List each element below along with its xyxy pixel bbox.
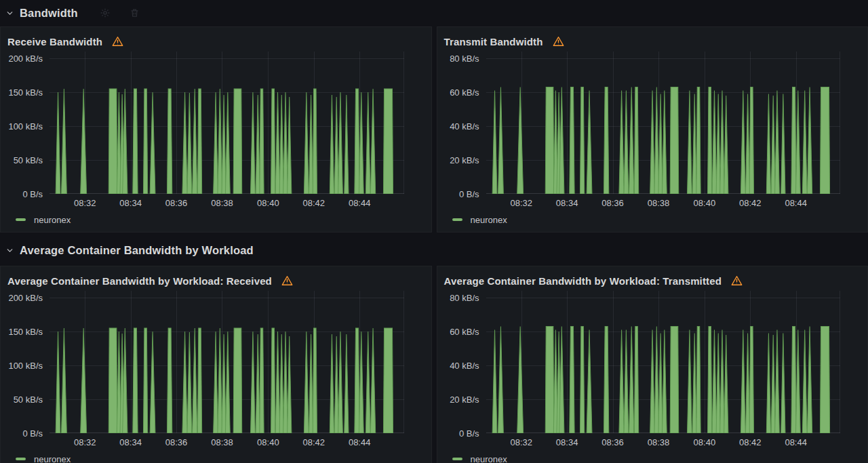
y-axis-label: 40 kB/s <box>450 121 479 132</box>
panel-header[interactable]: Average Container Bandwidth by Workload:… <box>444 270 861 291</box>
x-axis-label: 08:38 <box>211 198 233 208</box>
x-axis: 08:3208:3408:3608:3808:4008:4208:44 <box>50 194 404 210</box>
y-axis-label: 200 kB/s <box>8 54 43 64</box>
series-area-neuronex <box>486 58 841 194</box>
legend: neuronex <box>7 210 425 229</box>
x-axis-label: 08:40 <box>257 198 279 208</box>
y-axis-label: 0 B/s <box>459 428 479 439</box>
x-axis-label: 08:40 <box>694 437 716 447</box>
section-header-avg-container-bandwidth[interactable]: Average Container Bandwidth by Workload <box>0 235 868 265</box>
x-axis-label: 08:40 <box>694 198 716 208</box>
x-axis-label: 08:42 <box>303 437 326 447</box>
y-axis-label: 100 kB/s <box>8 361 43 371</box>
legend-series-marker <box>452 458 462 461</box>
x-axis-label: 08:34 <box>556 437 578 447</box>
y-axis-label: 0 B/s <box>22 428 43 439</box>
warning-icon[interactable] <box>281 275 293 286</box>
x-axis-label: 08:34 <box>119 437 142 447</box>
panel-header[interactable]: Average Container Bandwidth by Workload:… <box>7 270 425 291</box>
legend-series-label: neuronex <box>471 215 507 225</box>
chart-avg-received: 200 kB/s150 kB/s100 kB/s50 kB/s0 B/s08:3… <box>7 291 425 449</box>
gear-icon[interactable] <box>100 7 111 18</box>
section-header-bandwidth[interactable]: Bandwidth <box>0 0 868 26</box>
x-axis-label: 08:36 <box>601 437 624 447</box>
legend: neuronex <box>444 449 861 463</box>
series-area-neuronex <box>50 58 404 194</box>
legend-item-neuronex[interactable]: neuronex <box>16 454 71 463</box>
y-axis: 80 kB/s60 kB/s40 kB/s20 kB/s0 B/s <box>444 291 486 433</box>
legend-series-marker <box>452 218 462 222</box>
y-axis-label: 50 kB/s <box>14 395 43 405</box>
x-axis-label: 08:40 <box>257 437 279 447</box>
chart-plot[interactable] <box>50 291 404 433</box>
y-axis-label: 100 kB/s <box>8 121 43 132</box>
warning-icon[interactable] <box>112 36 123 47</box>
y-axis-label: 80 kB/s <box>450 54 479 64</box>
x-axis-label: 08:44 <box>349 198 371 208</box>
legend-series-marker <box>16 218 26 222</box>
y-axis-label: 50 kB/s <box>14 155 43 165</box>
y-axis-label: 150 kB/s <box>8 327 43 337</box>
legend-series-label: neuronex <box>34 454 71 463</box>
panel-transmit-bandwidth: Transmit Bandwidth 80 kB/s60 kB/s40 kB/s… <box>437 26 868 233</box>
chevron-down-icon <box>5 246 14 255</box>
series-area-neuronex <box>50 298 404 433</box>
x-axis-label: 08:42 <box>739 198 762 208</box>
y-axis-label: 0 B/s <box>22 189 43 199</box>
x-axis-label: 08:38 <box>648 437 670 447</box>
legend-series-label: neuronex <box>34 215 71 225</box>
section-title: Bandwidth <box>20 7 78 20</box>
x-axis-label: 08:38 <box>648 198 670 208</box>
legend-series-label: neuronex <box>471 454 507 463</box>
x-axis-label: 08:32 <box>510 198 532 208</box>
y-axis: 200 kB/s150 kB/s100 kB/s50 kB/s0 B/s <box>7 52 50 194</box>
warning-icon[interactable] <box>731 275 743 286</box>
series-area-neuronex <box>486 298 841 433</box>
chart-avg-transmitted: 80 kB/s60 kB/s40 kB/s20 kB/s0 B/s08:3208… <box>444 291 861 449</box>
chart-plot[interactable] <box>50 52 404 194</box>
x-axis-label: 08:42 <box>739 437 762 447</box>
x-axis-label: 08:32 <box>74 198 96 208</box>
trash-icon[interactable] <box>130 7 140 18</box>
x-axis-label: 08:36 <box>601 198 624 208</box>
y-axis-label: 200 kB/s <box>8 293 43 303</box>
x-axis-label: 08:36 <box>165 437 188 447</box>
panel-title: Receive Bandwidth <box>7 36 102 47</box>
y-axis-label: 60 kB/s <box>450 327 479 337</box>
y-axis: 200 kB/s150 kB/s100 kB/s50 kB/s0 B/s <box>7 291 50 433</box>
chart-plot[interactable] <box>486 52 841 194</box>
x-axis-label: 08:34 <box>119 198 142 208</box>
x-axis-label: 08:44 <box>785 437 807 447</box>
x-axis-label: 08:42 <box>303 198 326 208</box>
panel-avg-transmitted: Average Container Bandwidth by Workload:… <box>437 266 868 463</box>
chart-transmit-bandwidth: 80 kB/s60 kB/s40 kB/s20 kB/s0 B/s08:3208… <box>444 52 861 210</box>
panel-row-avg-container: Average Container Bandwidth by Workload:… <box>0 266 868 463</box>
legend: neuronex <box>444 210 861 229</box>
y-axis-label: 0 B/s <box>459 189 479 199</box>
y-axis-label: 150 kB/s <box>8 87 43 98</box>
y-axis-label: 20 kB/s <box>450 155 479 165</box>
y-axis-label: 80 kB/s <box>450 293 479 303</box>
x-axis-label: 08:34 <box>556 198 578 208</box>
x-axis-label: 08:44 <box>349 437 371 447</box>
panel-avg-received: Average Container Bandwidth by Workload:… <box>0 266 432 463</box>
y-axis-label: 60 kB/s <box>450 87 479 98</box>
panel-header[interactable]: Transmit Bandwidth <box>444 31 861 52</box>
y-axis-label: 40 kB/s <box>450 361 479 371</box>
legend-item-neuronex[interactable]: neuronex <box>452 215 507 225</box>
legend-item-neuronex[interactable]: neuronex <box>16 215 71 225</box>
panel-title: Average Container Bandwidth by Workload:… <box>444 275 722 287</box>
panel-receive-bandwidth: Receive Bandwidth 200 kB/s150 kB/s100 kB… <box>0 26 432 233</box>
chevron-down-icon <box>5 9 14 18</box>
x-axis-label: 08:38 <box>211 437 233 447</box>
chart-receive-bandwidth: 200 kB/s150 kB/s100 kB/s50 kB/s0 B/s08:3… <box>7 52 425 210</box>
y-axis: 80 kB/s60 kB/s40 kB/s20 kB/s0 B/s <box>444 52 486 194</box>
legend-item-neuronex[interactable]: neuronex <box>452 454 507 463</box>
x-axis-label: 08:36 <box>165 198 188 208</box>
x-axis-label: 08:44 <box>785 198 807 208</box>
warning-icon[interactable] <box>553 36 564 47</box>
panel-header[interactable]: Receive Bandwidth <box>7 31 425 52</box>
legend: neuronex <box>7 449 425 463</box>
section-title: Average Container Bandwidth by Workload <box>20 244 254 257</box>
chart-plot[interactable] <box>486 291 841 433</box>
